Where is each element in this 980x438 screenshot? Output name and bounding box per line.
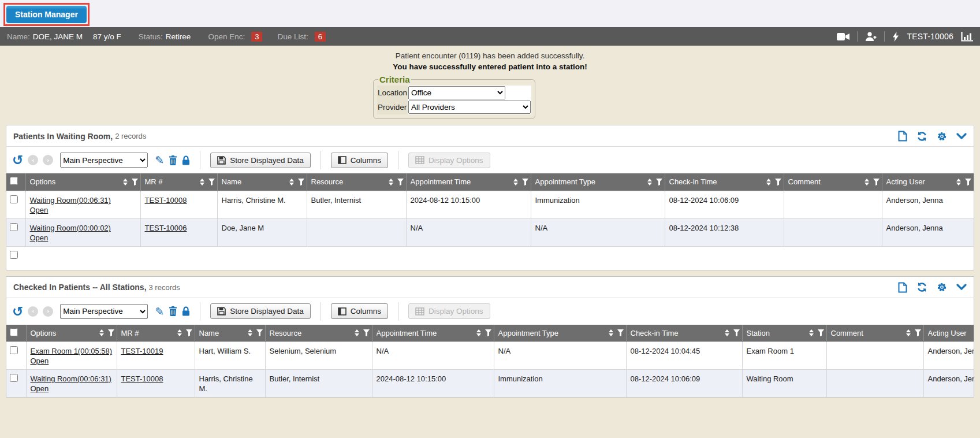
filter-icon[interactable] xyxy=(256,329,263,336)
filter-icon[interactable] xyxy=(965,179,971,185)
next-perspective-icon[interactable]: › xyxy=(43,306,53,317)
sort-icon[interactable] xyxy=(123,179,128,185)
store-displayed-data-button[interactable]: Store Displayed Data xyxy=(210,303,311,319)
filter-icon[interactable] xyxy=(775,179,781,185)
filter-icon[interactable] xyxy=(915,329,921,336)
open-link[interactable]: Open xyxy=(30,206,49,214)
filter-icon[interactable] xyxy=(108,329,114,336)
col-header-appt-time[interactable]: Appointment Time xyxy=(406,173,531,191)
lightning-icon[interactable] xyxy=(892,32,899,42)
delete-perspective-icon[interactable] xyxy=(169,306,177,316)
station-timer-link[interactable]: Waiting Room(00:06:31) xyxy=(31,374,111,383)
col-header-resource[interactable]: Resource xyxy=(265,325,372,342)
open-link[interactable]: Open xyxy=(31,357,49,365)
add-person-icon[interactable] xyxy=(865,32,877,41)
row-checkbox[interactable] xyxy=(10,223,18,231)
col-header-comment[interactable]: Comment xyxy=(784,173,882,191)
filter-icon[interactable] xyxy=(363,329,370,336)
sort-icon[interactable] xyxy=(725,329,729,336)
sort-icon[interactable] xyxy=(809,329,814,336)
sort-icon[interactable] xyxy=(476,329,481,336)
filter-icon[interactable] xyxy=(132,179,138,185)
station-timer-link[interactable]: Exam Room 1(00:05:58) xyxy=(31,347,113,355)
perspective-select[interactable]: Main Perspective xyxy=(60,304,148,319)
collapse-chevron-icon[interactable] xyxy=(956,284,967,291)
row-checkbox[interactable] xyxy=(10,195,18,203)
reset-perspective-icon[interactable]: ↺ xyxy=(12,306,23,317)
station-timer-link[interactable]: Waiting Room(00:00:02) xyxy=(30,224,111,232)
filter-icon[interactable] xyxy=(397,179,404,185)
sort-icon[interactable] xyxy=(956,179,961,185)
open-link[interactable]: Open xyxy=(30,233,49,242)
bar-chart-icon[interactable] xyxy=(961,32,973,42)
filter-icon[interactable] xyxy=(656,179,662,185)
prev-perspective-icon[interactable]: ‹ xyxy=(28,155,38,165)
col-header-checkin[interactable]: Check-in Time xyxy=(626,325,742,342)
mr-number-link[interactable]: TEST-10008 xyxy=(145,196,187,205)
filter-icon[interactable] xyxy=(208,179,215,185)
mr-number-link[interactable]: TEST-10019 xyxy=(121,347,163,355)
col-header-name[interactable]: Name xyxy=(195,325,265,342)
video-camera-icon[interactable] xyxy=(837,32,849,41)
columns-button[interactable]: Columns xyxy=(331,303,388,319)
provider-select[interactable]: All Providers xyxy=(408,101,531,114)
next-perspective-icon[interactable]: › xyxy=(43,155,53,165)
sort-icon[interactable] xyxy=(865,179,869,185)
open-link[interactable]: Open xyxy=(31,384,49,393)
col-header-appt-time[interactable]: Appointment Time xyxy=(372,325,494,342)
sort-icon[interactable] xyxy=(355,329,359,336)
row-checkbox[interactable] xyxy=(10,346,18,354)
filter-icon[interactable] xyxy=(485,329,491,336)
columns-button[interactable]: Columns xyxy=(331,153,388,168)
store-displayed-data-button[interactable]: Store Displayed Data xyxy=(210,153,311,168)
filter-icon[interactable] xyxy=(298,179,304,185)
edit-perspective-icon[interactable]: ✎ xyxy=(155,154,164,166)
sort-icon[interactable] xyxy=(906,329,911,336)
new-document-icon[interactable] xyxy=(898,131,907,142)
sort-icon[interactable] xyxy=(177,329,182,336)
due-list-badge[interactable]: 6 xyxy=(315,32,326,42)
mr-number-link[interactable]: TEST-10008 xyxy=(121,374,163,383)
lock-perspective-icon[interactable] xyxy=(182,155,190,165)
sort-icon[interactable] xyxy=(513,179,518,185)
sort-icon[interactable] xyxy=(389,179,393,185)
edit-perspective-icon[interactable]: ✎ xyxy=(155,305,164,318)
sort-icon[interactable] xyxy=(200,179,204,185)
open-enc-badge[interactable]: 3 xyxy=(251,32,262,42)
collapse-chevron-icon[interactable] xyxy=(956,133,967,140)
col-header-acting-user[interactable]: Acting User xyxy=(923,325,974,342)
filter-icon[interactable] xyxy=(818,329,824,336)
col-header-comment[interactable]: Comment xyxy=(826,325,923,342)
sort-icon[interactable] xyxy=(289,179,294,185)
mr-number-link[interactable]: TEST-10006 xyxy=(145,224,187,232)
delete-perspective-icon[interactable] xyxy=(169,155,177,165)
select-all-checkbox[interactable] xyxy=(10,328,18,336)
col-header-appt-type[interactable]: Appointment Type xyxy=(494,325,626,342)
select-all-checkbox[interactable] xyxy=(10,177,18,185)
filter-icon[interactable] xyxy=(733,329,740,336)
gear-icon[interactable] xyxy=(937,282,947,292)
filter-icon[interactable] xyxy=(186,329,192,336)
station-timer-link[interactable]: Waiting Room(00:06:31) xyxy=(30,196,111,205)
lock-perspective-icon[interactable] xyxy=(182,306,190,316)
col-header-appt-type[interactable]: Appointment Type xyxy=(531,173,665,191)
sort-icon[interactable] xyxy=(647,179,652,185)
sort-icon[interactable] xyxy=(248,329,252,336)
tab-station-manager[interactable]: Station Manager xyxy=(6,6,87,23)
col-header-mr[interactable]: MR # xyxy=(140,173,217,191)
sort-icon[interactable] xyxy=(766,179,771,185)
row-checkbox[interactable] xyxy=(10,374,18,382)
filter-icon[interactable] xyxy=(522,179,528,185)
col-header-name[interactable]: Name xyxy=(217,173,307,191)
sort-icon[interactable] xyxy=(609,329,613,336)
col-header-checkin[interactable]: Check-in Time xyxy=(665,173,784,191)
reset-perspective-icon[interactable]: ↺ xyxy=(12,154,23,166)
filter-icon[interactable] xyxy=(617,329,624,336)
refresh-icon[interactable] xyxy=(916,131,927,142)
col-header-station[interactable]: Station xyxy=(742,325,826,342)
refresh-icon[interactable] xyxy=(916,282,927,292)
prev-perspective-icon[interactable]: ‹ xyxy=(28,306,38,317)
col-header-acting-user[interactable]: Acting User xyxy=(882,173,974,191)
location-select[interactable]: Office xyxy=(408,86,505,99)
col-header-resource[interactable]: Resource xyxy=(307,173,406,191)
